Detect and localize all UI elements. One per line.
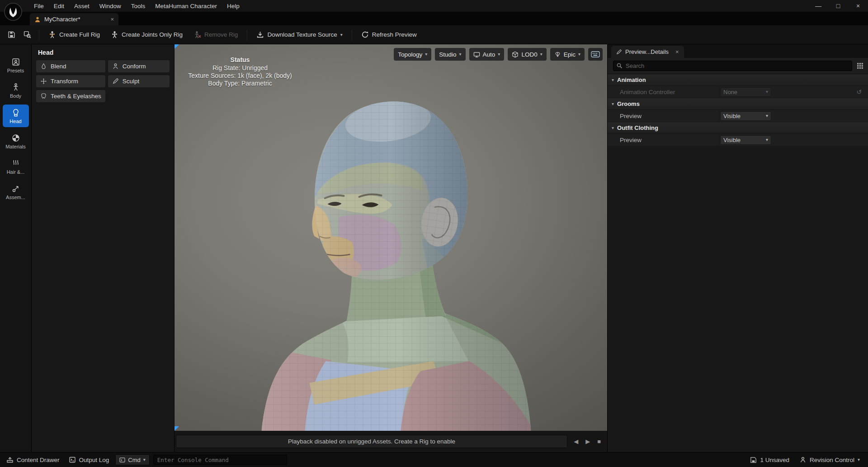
blend-button[interactable]: Blend — [36, 60, 105, 72]
tab-mycharacter[interactable]: MyCharacter* × — [30, 13, 118, 25]
section-outfit-clothing[interactable]: ▾ Outfit Clothing — [608, 122, 868, 134]
sidebar-item-hair[interactable]: Hair &... — [3, 154, 29, 179]
status-body-type: Body Type: Parametric — [188, 80, 292, 87]
sidebar-item-head[interactable]: Head — [3, 105, 29, 127]
sidebar-item-label: Materials — [5, 144, 26, 149]
character-3d-render — [175, 44, 607, 431]
sculpt-button[interactable]: Sculpt — [108, 75, 170, 87]
chevron-down-icon: ▾ — [766, 90, 768, 94]
details-empty-area — [608, 146, 868, 452]
head-icon — [11, 108, 20, 117]
auto-viewport-dropdown[interactable]: Auto ▾ — [469, 48, 505, 61]
sculpt-label: Sculpt — [123, 78, 140, 85]
remove-rig-label: Remove Rig — [204, 31, 238, 38]
save-button[interactable] — [5, 28, 19, 42]
menu-window[interactable]: Window — [94, 0, 126, 12]
create-joints-only-rig-button[interactable]: Create Joints Only Rig — [106, 28, 187, 42]
section-grooms[interactable]: ▾ Grooms — [608, 98, 868, 110]
outfit-preview-dropdown[interactable]: Visible ▾ — [720, 135, 771, 145]
caret-down-icon: ▾ — [612, 125, 614, 130]
grooms-preview-row: Preview Visible ▾ — [608, 110, 868, 122]
create-full-rig-button[interactable]: Create Full Rig — [44, 28, 104, 42]
outfit-preview-row: Preview Visible ▾ — [608, 134, 868, 146]
revision-control-button[interactable]: Revision Control ▾ — [797, 454, 863, 466]
refresh-preview-label: Refresh Preview — [372, 31, 417, 38]
tab-preview-details[interactable]: Preview...Details × — [611, 46, 684, 58]
tab-close-icon[interactable]: × — [110, 16, 114, 23]
quality-dropdown[interactable]: Epic ▾ — [550, 48, 585, 61]
refresh-preview-button[interactable]: Refresh Preview — [357, 28, 421, 42]
animation-controller-dropdown[interactable]: None ▾ — [720, 87, 771, 97]
metahuman-asset-icon — [34, 16, 41, 23]
transform-button[interactable]: Transform — [36, 75, 105, 87]
sidebar-item-materials[interactable]: Materials — [3, 129, 29, 154]
remove-rig-button[interactable]: Remove Rig — [189, 28, 242, 42]
rig-status-overlay: Status Rig State: Unrigged Texture Sourc… — [188, 56, 292, 87]
sidebar-item-body[interactable]: Body — [3, 78, 29, 103]
head-panel-title: Head — [32, 44, 174, 60]
property-value-cell: None ▾ ↺ — [719, 86, 868, 98]
step-back-button[interactable]: ◀ — [574, 438, 578, 445]
close-window-button[interactable]: × — [848, 0, 868, 12]
content-drawer-icon — [6, 456, 14, 463]
reset-to-default-icon[interactable]: ↺ — [856, 88, 862, 95]
create-full-rig-label: Create Full Rig — [59, 31, 100, 38]
toolbar-separator — [39, 29, 39, 40]
minimize-button[interactable]: — — [808, 0, 828, 12]
menu-file[interactable]: File — [29, 0, 49, 12]
download-texture-source-button[interactable]: Download Texture Source ▾ — [252, 28, 347, 42]
studio-lighting-dropdown[interactable]: Studio ▾ — [435, 48, 465, 61]
maximize-button[interactable]: □ — [828, 0, 848, 12]
menu-edit[interactable]: Edit — [49, 0, 69, 12]
unreal-logo-icon[interactable] — [4, 2, 23, 21]
dropdown-value: Visible — [723, 113, 766, 119]
menu-metahuman-character[interactable]: MetaHuman Character — [150, 0, 222, 12]
details-tab-close-icon[interactable]: × — [675, 48, 679, 55]
grooms-preview-dropdown[interactable]: Visible ▾ — [720, 111, 771, 121]
output-log-button[interactable]: Output Log — [66, 454, 112, 466]
playback-controls: ◀ ▶ ■ — [574, 438, 603, 445]
unsaved-label: 1 Unsaved — [760, 457, 789, 463]
chevron-down-icon: ▾ — [578, 52, 580, 57]
display-settings-grid-icon[interactable] — [857, 62, 863, 69]
blend-label: Blend — [51, 63, 66, 70]
sidebar-item-assembly[interactable]: Assem... — [3, 179, 29, 205]
dropdown-value: Visible — [723, 137, 766, 143]
body-icon — [11, 83, 20, 92]
unsaved-changes-button[interactable]: 1 Unsaved — [747, 454, 792, 466]
caret-down-icon: ▾ — [612, 101, 614, 106]
status-title: Status — [188, 56, 292, 64]
3d-viewport[interactable]: Status Rig State: Unrigged Texture Sourc… — [175, 44, 607, 431]
sidebar-item-presets[interactable]: Presets — [3, 52, 29, 78]
dropdown-value: None — [723, 89, 766, 95]
browse-to-asset-button[interactable] — [20, 28, 34, 42]
menu-help[interactable]: Help — [222, 0, 245, 12]
menu-asset[interactable]: Asset — [69, 0, 94, 12]
create-joints-only-rig-icon — [111, 31, 118, 38]
menu-tools[interactable]: Tools — [126, 0, 151, 12]
lod-dropdown[interactable]: LOD0 ▾ — [508, 48, 546, 61]
conform-button[interactable]: Conform — [108, 60, 170, 72]
caret-down-icon: ▾ — [612, 77, 614, 82]
teeth-eyelashes-button[interactable]: Teeth & Eyelashes — [36, 90, 105, 102]
monitor-icon — [473, 51, 480, 58]
left-nav-bar: Presets Body Head — [0, 44, 32, 452]
playback-message: Playback disabled on unrigged Assets. Cr… — [288, 438, 455, 445]
output-log-icon — [69, 456, 76, 463]
stop-button[interactable]: ■ — [597, 438, 601, 445]
console-command-input[interactable] — [153, 455, 287, 465]
cmd-selector[interactable]: Cmd ▾ — [115, 454, 149, 465]
content-drawer-label: Content Drawer — [17, 457, 60, 463]
sidebar-item-label: Presets — [7, 68, 24, 73]
section-animation[interactable]: ▾ Animation — [608, 74, 868, 86]
toolbar-separator — [247, 29, 247, 40]
play-button[interactable]: ▶ — [585, 438, 590, 445]
search-input[interactable] — [613, 61, 852, 71]
content-drawer-button[interactable]: Content Drawer — [4, 454, 62, 466]
animation-controller-row: Animation Controller None ▾ ↺ — [608, 86, 868, 98]
keyboard-shortcuts-button[interactable] — [588, 48, 603, 61]
topology-dropdown[interactable]: Topology ▾ — [394, 48, 431, 61]
head-tools-grid: Blend Conform Transform — [32, 60, 174, 102]
playback-message-bar: Playback disabled on unrigged Assets. Cr… — [176, 435, 567, 448]
sidebar-item-label: Head — [9, 119, 21, 124]
